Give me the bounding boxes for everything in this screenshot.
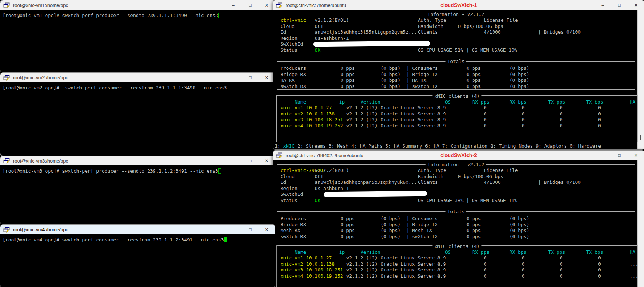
client-ip: 10.100.19.252 <box>306 123 343 128</box>
cloud-label: Cloud <box>281 24 295 29</box>
version: v2.1.2(BYOL) <box>315 18 349 23</box>
totals-row-3-totals-pps: 0 pps <box>466 84 481 89</box>
terminal-content[interactable]: [root@xnic-vm3 opc]# swxtch-perf produce… <box>1 165 275 224</box>
totals-row-1-totals-pps: 0 pps <box>341 72 355 77</box>
info-box-header: Information - v2.1.2 <box>426 162 486 167</box>
client-ip: 10.100.18.251 <box>306 267 343 273</box>
swxtch-top-dashboard[interactable]: Information - v2.1.2ctrl-vnic-796402v2.1… <box>273 160 644 287</box>
client-col-header: Name <box>295 250 306 255</box>
maximize-button[interactable]: □ <box>242 225 258 234</box>
cloud-value: OCI <box>315 174 323 179</box>
titlebar[interactable]: root@xnic-vm1:/home/opc – □ ✕ <box>0 0 275 10</box>
client-metric: 0 <box>598 111 601 117</box>
client-col-header: Version <box>361 250 381 255</box>
client-ip: 10.0.1.138 <box>306 111 335 117</box>
totals-row-0-totals-bps: (0 bps) <box>510 66 529 71</box>
client-col-header: RX pps <box>472 250 489 255</box>
minimize-button[interactable]: – <box>225 156 242 165</box>
command-line: [root@xnic-vm3 opc]# swxtch-perf produce… <box>1 165 275 174</box>
client-ha: ... <box>630 256 638 261</box>
client-col-header: RX bps <box>510 100 527 105</box>
client-name: xnic-vm4 <box>281 123 303 128</box>
minimize-button[interactable]: – <box>594 0 611 10</box>
maximize-button[interactable]: □ <box>611 151 628 160</box>
client-version: v2.1.2 (t2) <box>346 262 378 267</box>
bandwidth-label: Bandwidth <box>418 174 443 179</box>
bridges-value: | Bridges 0/100 <box>538 180 581 185</box>
terminal-content[interactable]: [root@xnic-vm2 opc]# swxtch-perf consume… <box>1 82 275 155</box>
os-usage: OS CPU USAGE 51% | OS MEM USAGE 10% <box>418 48 517 53</box>
totals-row-2-totals-pps: 0 pps <box>466 228 481 233</box>
putty-icon[interactable] <box>276 152 283 159</box>
cloudswxtch-label: cloudSwXtch-2 <box>440 152 477 158</box>
totals-row-3-totals-pps: 0 pps <box>466 234 481 239</box>
client-ip: 10.100.18.251 <box>306 117 343 122</box>
client-col-header: HA <box>630 100 636 105</box>
totals-row-3-totals-separator: | <box>406 84 409 89</box>
putty-icon[interactable] <box>3 75 10 81</box>
minimize-button[interactable]: – <box>225 225 242 234</box>
totals-row-3-totals-bps: (0 bps) <box>510 234 529 239</box>
minimize-button[interactable]: – <box>594 151 611 160</box>
maximize-button[interactable]: □ <box>611 0 628 10</box>
titlebar[interactable]: root@ctrl-vnic-796402: /home/ubuntu clou… <box>273 151 644 160</box>
totals-row-1-totals-bps: (0 bps) <box>381 222 400 227</box>
license-file-label: License File <box>484 168 518 173</box>
client-metric: 0 <box>560 117 563 122</box>
totals-row-1-totals-label: Bridge TX <box>412 222 437 227</box>
totals-row-2-totals-pps: 0 pps <box>466 78 481 83</box>
scrollbar-thumb[interactable] <box>640 135 641 140</box>
totals-row-1-totals-label: Bridge RX <box>281 222 306 227</box>
menu-item-streams: Streams <box>306 143 326 149</box>
titlebar[interactable]: root@xnic-vm4:/home/opc – □ ✕ <box>0 225 275 234</box>
putty-icon[interactable] <box>276 2 283 8</box>
minimize-button[interactable]: – <box>225 73 242 82</box>
putty-icon[interactable] <box>3 227 10 233</box>
client-ha: ... <box>630 274 638 279</box>
maximize-button[interactable]: □ <box>242 0 258 10</box>
totals-box-header: Totals <box>446 209 466 214</box>
client-metric: 0 <box>560 105 563 110</box>
client-col-header: RX pps <box>472 100 489 105</box>
window-title: root@xnic-vm2:/home/opc <box>13 75 68 80</box>
client-os: Oracle Linux Server 8.9 <box>381 123 446 128</box>
titlebar[interactable]: root@xnic-vm3:/home/opc – □ ✕ <box>0 156 275 165</box>
client-metric: 0 <box>484 267 487 273</box>
minimize-button[interactable]: – <box>225 0 242 10</box>
close-button[interactable]: ✕ <box>258 225 275 234</box>
client-name: xnic-vm2 <box>281 262 303 267</box>
command-line: [root@xnic-vm1 opc]# swxtch-perf produce… <box>1 10 275 18</box>
terminal-content[interactable]: [root@xnic-vm4 opc]# swxtch-perf consume… <box>1 234 275 287</box>
close-button[interactable]: ✕ <box>628 0 644 10</box>
titlebar[interactable]: root@xnic-vm2:/home/opc – □ ✕ <box>0 73 275 82</box>
scrollbar[interactable] <box>637 10 644 149</box>
region-value: us-ashburn-1 <box>315 36 349 41</box>
client-version: v2.1.2 (t2) <box>346 111 378 117</box>
titlebar[interactable]: root@ctrl-vnic: /home/ubuntu cloudSwXtch… <box>273 0 644 10</box>
totals-row-2-totals-bps: (0 bps) <box>381 78 400 83</box>
putty-icon[interactable] <box>3 158 10 164</box>
swxtch-top-dashboard[interactable]: Information - v2.1.2ctrl-vnicv2.1.2(BYOL… <box>273 10 644 149</box>
command-text: [root@xnic-vm3 opc]# swxtch-perf produce… <box>3 168 218 174</box>
window-title: root@ctrl-vnic-796402: /home/ubuntu <box>286 153 363 158</box>
region-label: Region <box>281 186 298 191</box>
status-ok-value: OK <box>315 198 321 203</box>
totals-row-3-totals-label: swXtch TX <box>412 234 437 239</box>
client-ip: 10.0.1.27 <box>306 105 332 110</box>
terminal-content[interactable]: [root@xnic-vm1 opc]# swxtch-perf produce… <box>1 10 275 72</box>
client-metric: 0 <box>560 256 563 261</box>
menu-key: 6: <box>422 143 433 149</box>
client-version: v2.1.2 (t2) <box>346 105 378 110</box>
client-metric: 0 <box>598 274 601 279</box>
client-name: xnic-vm4 <box>281 274 303 279</box>
totals-row-0-totals-separator: | <box>406 66 409 71</box>
client-metric: 0 <box>484 105 487 110</box>
putty-icon[interactable] <box>3 2 10 8</box>
command-line: [root@xnic-vm4 opc]# swxtch-perf consume… <box>1 234 275 242</box>
scrollbar[interactable] <box>637 160 644 287</box>
client-ha: ... <box>630 123 638 128</box>
close-button[interactable]: ✕ <box>628 151 644 160</box>
maximize-button[interactable]: □ <box>242 156 258 165</box>
totals-row-1-totals-pps: 0 pps <box>466 222 481 227</box>
maximize-button[interactable]: □ <box>242 73 258 82</box>
